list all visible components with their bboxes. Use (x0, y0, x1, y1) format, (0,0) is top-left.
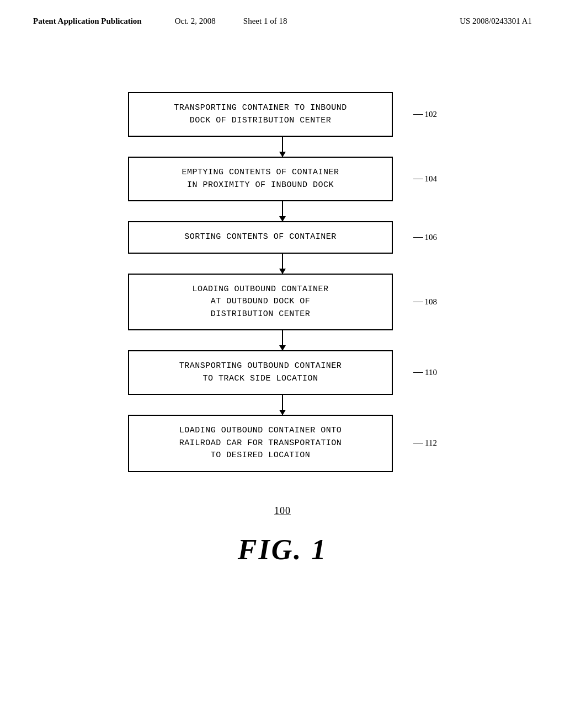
step-label-110: 110 (413, 368, 437, 377)
figure-ref: 100 (238, 505, 327, 517)
page-header: Patent Application Publication Oct. 2, 2… (0, 0, 565, 26)
flow-block-wrapper-108: LOADING OUTBOUND CONTAINER AT OUTBOUND D… (128, 274, 437, 331)
flow-block-104: EMPTYING CONTENTS OF CONTAINER IN PROXIM… (128, 157, 393, 201)
step-label-104: 104 (413, 174, 438, 184)
arrow-2 (282, 254, 283, 274)
flow-block-110: TRANSPORTING OUTBOUND CONTAINER TO TRACK… (128, 350, 393, 395)
arrow-1 (282, 201, 283, 221)
publication-label: Patent Application Publication (33, 17, 142, 26)
arrow-0 (282, 137, 283, 157)
main-content: TRANSPORTING CONTAINER TO INBOUND DOCK O… (0, 26, 565, 566)
flow-block-wrapper-104: EMPTYING CONTENTS OF CONTAINER IN PROXIM… (128, 157, 437, 201)
step-label-108: 108 (413, 297, 438, 307)
flow-block-wrapper-106: SORTING CONTENTS OF CONTAINER106 (128, 221, 437, 254)
flow-block-106: SORTING CONTENTS OF CONTAINER (128, 221, 393, 254)
flow-block-112: LOADING OUTBOUND CONTAINER ONTO RAILROAD… (128, 415, 393, 472)
figure-label: 100 FIG. 1 (238, 505, 327, 566)
step-label-102: 102 (413, 110, 438, 119)
flow-block-wrapper-102: TRANSPORTING CONTAINER TO INBOUND DOCK O… (128, 92, 437, 137)
arrow-4 (282, 395, 283, 415)
step-label-106: 106 (413, 233, 438, 242)
flow-block-102: TRANSPORTING CONTAINER TO INBOUND DOCK O… (128, 92, 393, 137)
flow-block-108: LOADING OUTBOUND CONTAINER AT OUTBOUND D… (128, 274, 393, 331)
patent-number: US 2008/0243301 A1 (460, 17, 532, 26)
sheet-info: Sheet 1 of 18 (243, 17, 287, 26)
flow-block-wrapper-110: TRANSPORTING OUTBOUND CONTAINER TO TRACK… (128, 350, 437, 395)
flowchart: TRANSPORTING CONTAINER TO INBOUND DOCK O… (128, 92, 437, 472)
flow-block-wrapper-112: LOADING OUTBOUND CONTAINER ONTO RAILROAD… (128, 415, 437, 472)
publication-date: Oct. 2, 2008 (175, 17, 216, 26)
arrow-3 (282, 330, 283, 350)
step-label-112: 112 (413, 438, 437, 448)
figure-name: FIG. 1 (238, 533, 327, 566)
